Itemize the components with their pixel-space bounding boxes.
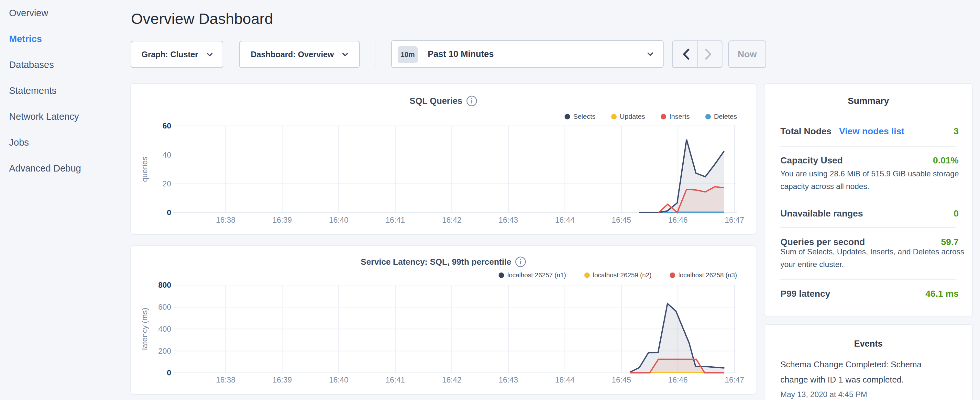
svg-text:16:47: 16:47 bbox=[725, 215, 744, 224]
svg-text:16:45: 16:45 bbox=[612, 215, 631, 224]
svg-text:latency (ms): latency (ms) bbox=[140, 308, 149, 350]
svg-text:16:40: 16:40 bbox=[329, 215, 348, 224]
svg-text:16:46: 16:46 bbox=[668, 375, 687, 384]
svg-text:16:38: 16:38 bbox=[216, 375, 235, 384]
svg-text:16:46: 16:46 bbox=[668, 215, 687, 224]
svg-text:16:42: 16:42 bbox=[442, 215, 461, 224]
svg-text:0: 0 bbox=[167, 208, 171, 217]
svg-text:queries: queries bbox=[140, 157, 149, 182]
svg-text:40: 40 bbox=[162, 150, 171, 159]
svg-text:200: 200 bbox=[158, 347, 171, 355]
svg-text:400: 400 bbox=[158, 325, 171, 333]
svg-text:16:45: 16:45 bbox=[612, 375, 631, 384]
svg-text:16:41: 16:41 bbox=[386, 215, 405, 224]
svg-text:16:44: 16:44 bbox=[555, 375, 574, 384]
svg-text:600: 600 bbox=[158, 303, 171, 311]
svg-text:16:41: 16:41 bbox=[386, 375, 405, 384]
svg-text:16:43: 16:43 bbox=[499, 375, 518, 384]
svg-text:16:43: 16:43 bbox=[499, 215, 518, 224]
svg-text:20: 20 bbox=[162, 179, 171, 188]
svg-text:0: 0 bbox=[167, 368, 171, 377]
svg-text:16:47: 16:47 bbox=[725, 375, 744, 384]
svg-text:16:40: 16:40 bbox=[329, 375, 348, 384]
svg-text:800: 800 bbox=[158, 280, 171, 289]
svg-text:16:44: 16:44 bbox=[555, 215, 574, 224]
svg-text:60: 60 bbox=[162, 121, 171, 130]
svg-text:16:38: 16:38 bbox=[216, 215, 235, 224]
svg-text:16:39: 16:39 bbox=[272, 215, 292, 224]
svg-text:16:42: 16:42 bbox=[442, 375, 461, 384]
svg-text:16:39: 16:39 bbox=[272, 375, 292, 384]
